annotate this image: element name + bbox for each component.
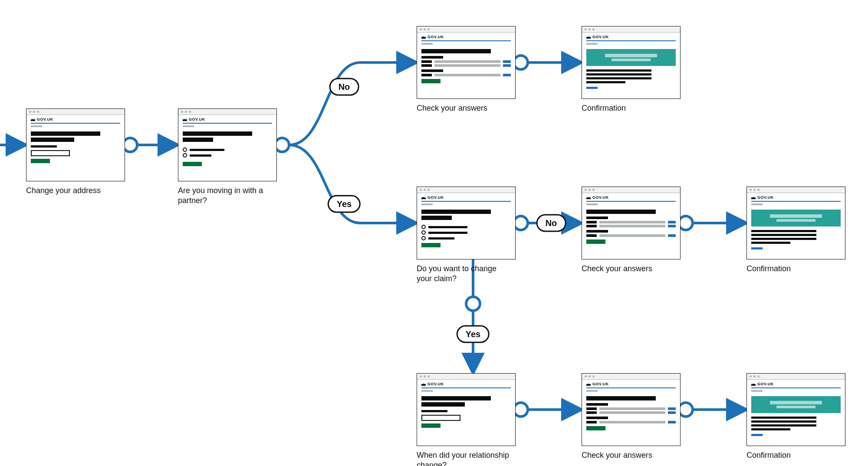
node-caption: Change your address (26, 186, 122, 196)
branch-label-no: No (329, 78, 359, 96)
crown-icon (31, 118, 35, 121)
branch-label-claim-no: No (536, 214, 566, 232)
node-moving-in-partner: GOV.UK Are you moving in with a partner? (178, 108, 277, 206)
branch-label-claim-yes: Yes (457, 325, 490, 343)
svg-point-23 (466, 297, 480, 311)
node-caption: Check your answers (417, 103, 512, 113)
svg-point-20 (679, 216, 693, 230)
node-check-answers-yes-yes: GOV.UK Check your answers (582, 373, 681, 460)
node-check-answers-no: GOV.UK Check your answers (417, 26, 516, 113)
brand-label: GOV.UK (592, 35, 609, 39)
svg-point-18 (514, 56, 528, 69)
screen-thumb: GOV.UK (417, 373, 516, 446)
crown-icon (421, 35, 426, 39)
node-caption: Confirmation (746, 450, 842, 460)
screen-thumb: GOV.UK (178, 108, 277, 181)
crown-icon (586, 35, 591, 39)
flow-diagram: No Yes No Yes GOV.UK Change your address (0, 0, 868, 466)
brand-label: GOV.UK (592, 382, 609, 386)
brand-label: GOV.UK (37, 117, 53, 121)
node-confirmation-yes-no: GOV.UK Confirmation (746, 187, 845, 274)
svg-point-16 (123, 138, 137, 152)
node-relationship-change: GOV.UK When did your relationship change… (417, 373, 516, 466)
brand-label: GOV.UK (427, 35, 444, 39)
brand-label: GOV.UK (427, 382, 444, 386)
node-caption: Check your answers (582, 264, 677, 274)
svg-point-22 (679, 403, 693, 417)
node-caption: Are you moving in with a partner? (178, 186, 273, 206)
screen-thumb: GOV.UK (582, 187, 681, 259)
brand-label: GOV.UK (189, 117, 205, 121)
node-confirmation-no: GOV.UK Confirmation (582, 26, 681, 113)
brand-label: GOV.UK (427, 195, 444, 200)
screen-thumb: GOV.UK (746, 373, 845, 446)
node-change-address: GOV.UK Change your address (26, 108, 125, 196)
node-change-claim: GOV.UK Do you want to change your claim? (417, 187, 516, 284)
screen-thumb: GOV.UK (417, 26, 516, 99)
screen-thumb: GOV.UK (582, 26, 681, 99)
svg-point-19 (514, 216, 528, 230)
screen-thumb: GOV.UK (582, 373, 681, 446)
brand-label: GOV.UK (757, 195, 774, 200)
crown-icon (751, 382, 756, 386)
crown-icon (586, 196, 591, 199)
screen-thumb: GOV.UK (417, 187, 516, 259)
node-caption: Check your answers (582, 450, 677, 460)
brand-label: GOV.UK (757, 382, 774, 386)
crown-icon (421, 196, 426, 199)
node-caption: Confirmation (582, 103, 677, 113)
screen-thumb: GOV.UK (746, 187, 845, 259)
crown-icon (586, 382, 591, 386)
svg-point-21 (514, 403, 528, 417)
node-caption: Do you want to change your claim? (417, 264, 512, 284)
svg-point-17 (275, 138, 289, 152)
screen-thumb: GOV.UK (26, 108, 125, 181)
crown-icon (421, 382, 426, 386)
node-caption: When did your relationship change? (417, 450, 512, 466)
node-caption: Confirmation (746, 264, 842, 274)
crown-icon (183, 118, 187, 121)
node-check-answers-yes-no: GOV.UK Check your answers (582, 187, 681, 274)
brand-label: GOV.UK (592, 195, 609, 200)
crown-icon (751, 196, 756, 199)
branch-label-yes: Yes (328, 195, 361, 213)
node-confirmation-yes-yes: GOV.UK Confirmation (746, 373, 845, 460)
